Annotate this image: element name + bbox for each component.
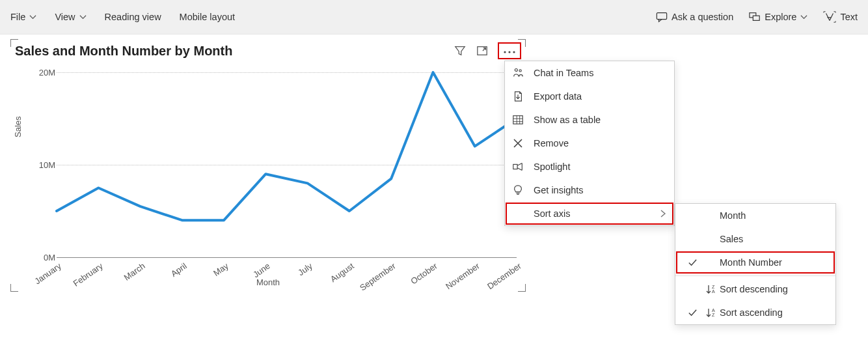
svg-rect-0 (657, 13, 666, 20)
chevron-down-icon (29, 14, 36, 21)
x-tick-label: July (296, 261, 314, 278)
check-icon (682, 308, 703, 318)
svg-text:A: A (712, 289, 715, 294)
x-tick-label: May (211, 261, 230, 278)
teams-icon (511, 66, 524, 79)
svg-point-8 (519, 70, 521, 72)
menu-sort-axis[interactable]: Sort axis (505, 202, 674, 225)
y-tick-label: 10M (37, 160, 55, 170)
visual-context-menu: Chat in Teams Export data Show as a tabl… (504, 61, 675, 226)
textbox-icon (823, 11, 836, 23)
export-icon (511, 90, 524, 103)
chevron-down-icon (79, 14, 87, 21)
x-axis-title: Month (256, 277, 280, 287)
menu-get-insights[interactable]: Get insights (505, 178, 674, 202)
menu-remove[interactable]: Remove (505, 132, 674, 155)
svg-text:Z: Z (712, 313, 715, 317)
chat-icon (656, 11, 668, 23)
view-menu[interactable]: View (55, 12, 86, 22)
menu-chat-in-teams[interactable]: Chat in Teams (505, 61, 674, 85)
sort-by-month-number[interactable]: Month Number (675, 251, 835, 274)
menu-export-data[interactable]: Export data (505, 85, 674, 108)
chart-visual[interactable]: Sales and Month Number by Month Sales Mo… (11, 40, 525, 291)
chart-plot-area: 20M 10M 0M JanuaryFebruaryMarchAprilMayJ… (40, 64, 517, 260)
svg-point-6 (513, 51, 515, 53)
sort-axis-submenu: Month Sales Month Number ZA Sort descend… (675, 203, 836, 325)
y-tick-label: 20M (37, 68, 55, 77)
svg-point-5 (508, 51, 510, 53)
ellipsis-icon (502, 45, 517, 57)
explore-icon (749, 11, 761, 23)
svg-rect-10 (513, 164, 517, 169)
mobile-layout-button[interactable]: Mobile layout (180, 12, 235, 22)
y-tick-label: 0M (37, 253, 55, 262)
x-tick-label: April (169, 261, 189, 279)
top-toolbar: File View Reading view Mobile layout Ask… (0, 0, 868, 35)
blank-icon (511, 207, 524, 220)
svg-point-7 (515, 69, 517, 72)
x-tick-label: November (444, 261, 481, 292)
view-label: View (55, 12, 75, 22)
sort-asc-icon: AZ (703, 307, 720, 318)
focus-mode-icon[interactable] (476, 44, 489, 57)
x-tick-label: October (409, 261, 439, 287)
svg-text:Z: Z (712, 285, 715, 289)
x-tick-label: January (33, 261, 62, 287)
sort-by-month[interactable]: Month (675, 204, 835, 227)
menu-show-as-table[interactable]: Show as a table (505, 108, 674, 132)
svg-point-4 (504, 51, 506, 53)
filter-icon[interactable] (454, 44, 467, 57)
y-axis-title: Sales (13, 116, 23, 137)
table-icon (511, 113, 524, 126)
check-icon (682, 258, 703, 268)
svg-text:A: A (712, 308, 715, 313)
svg-rect-2 (753, 16, 760, 20)
sort-ascending[interactable]: AZ Sort ascending (675, 301, 835, 324)
close-icon (511, 137, 524, 150)
sort-by-sales[interactable]: Sales (675, 227, 835, 251)
file-label: File (10, 12, 25, 22)
explore-menu[interactable]: Explore (749, 11, 807, 23)
x-tick-label: June (251, 261, 272, 279)
selection-handle[interactable] (10, 284, 18, 292)
chart-title: Sales and Month Number by Month (15, 44, 232, 59)
sort-desc-icon: ZA (703, 284, 720, 294)
selection-handle[interactable] (518, 284, 526, 292)
file-menu[interactable]: File (10, 12, 36, 22)
menu-spotlight[interactable]: Spotlight (505, 155, 674, 178)
text-button[interactable]: Text (823, 11, 858, 23)
lightbulb-icon (511, 184, 524, 197)
spotlight-icon (511, 160, 524, 173)
more-options-button[interactable] (498, 42, 521, 59)
x-tick-label: February (72, 261, 105, 289)
chart-line (57, 64, 517, 257)
x-tick-label: March (122, 261, 146, 283)
svg-rect-9 (513, 116, 522, 124)
chevron-right-icon (660, 208, 666, 219)
chevron-down-icon (800, 14, 807, 21)
x-tick-label: August (329, 261, 356, 285)
x-tick-label: September (358, 261, 398, 293)
ask-question-button[interactable]: Ask a question (656, 11, 733, 23)
sort-descending[interactable]: ZA Sort descending (675, 277, 835, 301)
reading-view-button[interactable]: Reading view (105, 12, 161, 22)
